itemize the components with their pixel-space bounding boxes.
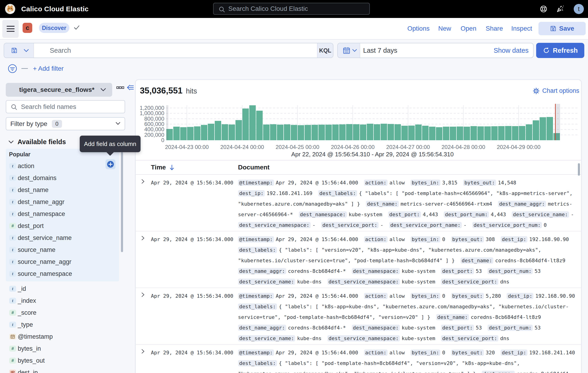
show-dates-button[interactable]: Show dates <box>494 43 529 58</box>
global-search[interactable] <box>213 3 370 15</box>
histogram-bar[interactable] <box>471 126 477 140</box>
histogram-bar[interactable] <box>284 124 290 140</box>
histogram-bar[interactable] <box>374 124 380 140</box>
histogram-bar[interactable] <box>263 125 270 140</box>
add-filter-button[interactable]: + Add filter <box>33 65 63 72</box>
expand-row-button[interactable] <box>140 292 145 297</box>
histogram-bar[interactable] <box>519 126 525 140</box>
histogram-bar[interactable] <box>187 127 194 140</box>
chart-options-button[interactable]: Chart options <box>533 87 579 94</box>
histogram-bar[interactable] <box>463 127 470 140</box>
histogram-bar[interactable] <box>353 124 359 140</box>
field-item-_score[interactable]: #_score <box>6 307 119 319</box>
histogram-bar[interactable] <box>208 124 214 140</box>
histogram-bar[interactable] <box>201 125 207 141</box>
histogram-bar[interactable] <box>533 121 539 140</box>
histogram-bar[interactable] <box>491 126 498 140</box>
add-field-as-column-button[interactable] <box>105 159 116 169</box>
histogram-bar[interactable] <box>381 124 387 140</box>
filter-icon[interactable] <box>8 64 17 73</box>
field-item-dest_name[interactable]: tdest_name <box>6 184 119 196</box>
field-item-dest_domains[interactable]: tdest_domains <box>6 172 119 184</box>
space-badge[interactable]: c <box>22 23 32 33</box>
histogram-bar[interactable] <box>325 125 332 140</box>
histogram-bar[interactable] <box>498 126 504 140</box>
expand-row-button[interactable] <box>140 236 145 241</box>
table-scrollbar[interactable] <box>578 163 580 176</box>
histogram-bar[interactable] <box>505 126 512 140</box>
histogram-bar[interactable] <box>394 124 401 140</box>
user-avatar[interactable]: t <box>574 4 584 14</box>
histogram-bar[interactable] <box>215 121 221 140</box>
query-language-button[interactable]: KQL <box>317 43 333 58</box>
histogram-bar[interactable] <box>222 124 228 140</box>
histogram-bar[interactable] <box>291 125 297 141</box>
histogram-bar[interactable] <box>346 124 353 140</box>
histogram-bar[interactable] <box>408 125 415 140</box>
collapse-sidebar-button[interactable] <box>126 85 134 91</box>
histogram-bar[interactable] <box>401 126 408 140</box>
field-item-dest_namespace[interactable]: tdest_namespace <box>6 208 119 220</box>
toolbar-link-open[interactable]: Open <box>461 18 476 39</box>
index-pattern-switcher[interactable]: tigera_secure_ee_flows* <box>6 83 112 97</box>
time-column-header[interactable]: Time <box>151 164 166 171</box>
field-item-dest_service_name[interactable]: tdest_service_name <box>6 232 119 244</box>
hits-histogram[interactable]: 0200,000400,000600,000800,0001,000,0001,… <box>136 102 581 160</box>
histogram-bar[interactable] <box>388 124 394 140</box>
field-item-bytes_in[interactable]: #bytes_in <box>6 343 119 354</box>
date-quick-menu-button[interactable] <box>338 43 360 58</box>
save-button[interactable]: Save <box>538 22 586 35</box>
histogram-bar[interactable] <box>249 105 256 140</box>
histogram-bar[interactable] <box>180 127 187 140</box>
histogram-bar[interactable] <box>339 124 346 140</box>
field-item-@timestamp[interactable]: @timestamp <box>6 331 119 343</box>
histogram-bar[interactable] <box>229 125 235 140</box>
field-item-action[interactable]: taction <box>6 160 119 172</box>
field-item-source_namespace[interactable]: tsource_namespace <box>6 268 119 280</box>
histogram-bar[interactable] <box>436 127 442 140</box>
histogram-bar[interactable] <box>304 125 311 141</box>
histogram-bar[interactable] <box>546 117 553 140</box>
expand-row-button[interactable] <box>140 179 145 184</box>
field-item-dest_port[interactable]: #dest_port <box>6 220 119 232</box>
histogram-bar[interactable] <box>194 126 200 140</box>
histogram-bar[interactable] <box>415 125 422 140</box>
histogram-bar[interactable] <box>277 125 284 140</box>
histogram-bar[interactable] <box>484 126 491 140</box>
histogram-bar[interactable] <box>173 127 180 140</box>
available-fields-accordion[interactable]: Available fields <box>8 138 66 146</box>
toolbar-link-new[interactable]: New <box>438 18 451 39</box>
field-item-dest_name_aggr[interactable]: tdest_name_aggr <box>6 196 119 208</box>
toolbar-link-inspect[interactable]: Inspect <box>511 18 532 39</box>
histogram-bar[interactable] <box>242 109 249 140</box>
histogram-bar[interactable] <box>318 125 325 140</box>
field-item-dest_ip[interactable]: IPdest_ip <box>6 367 119 373</box>
histogram-bar[interactable] <box>312 125 318 140</box>
field-item-bytes_out[interactable]: #bytes_out <box>6 354 119 367</box>
histogram-bar[interactable] <box>235 120 242 141</box>
field-item-_id[interactable]: t_id <box>6 283 119 295</box>
histogram-bar[interactable] <box>477 126 484 140</box>
sort-descending-icon[interactable] <box>169 165 174 171</box>
index-pattern-options-button[interactable] <box>116 85 124 90</box>
toolbar-link-options[interactable]: Options <box>407 18 430 39</box>
news-button[interactable] <box>556 0 564 18</box>
histogram-bar[interactable] <box>298 125 304 140</box>
histogram-bar[interactable] <box>332 125 339 140</box>
histogram-bar[interactable] <box>422 126 429 140</box>
field-item-source_name_aggr[interactable]: tsource_name_aggr <box>6 256 119 268</box>
histogram-bar[interactable] <box>256 111 263 140</box>
field-item-source_name[interactable]: tsource_name <box>6 244 119 256</box>
query-input[interactable] <box>42 43 310 58</box>
histogram-bar[interactable] <box>450 127 456 140</box>
histogram-bar[interactable] <box>360 125 366 140</box>
field-search-input[interactable] <box>21 101 122 113</box>
expand-row-button[interactable] <box>140 349 145 354</box>
sidebar-scrollbar[interactable] <box>121 152 123 252</box>
time-range-value[interactable]: Last 7 days <box>363 43 397 58</box>
histogram-bar[interactable] <box>443 127 449 140</box>
histogram-bar[interactable] <box>367 124 373 140</box>
saved-query-menu-button[interactable] <box>4 43 34 58</box>
app-logo[interactable] <box>5 4 15 14</box>
histogram-bar[interactable] <box>457 127 463 141</box>
